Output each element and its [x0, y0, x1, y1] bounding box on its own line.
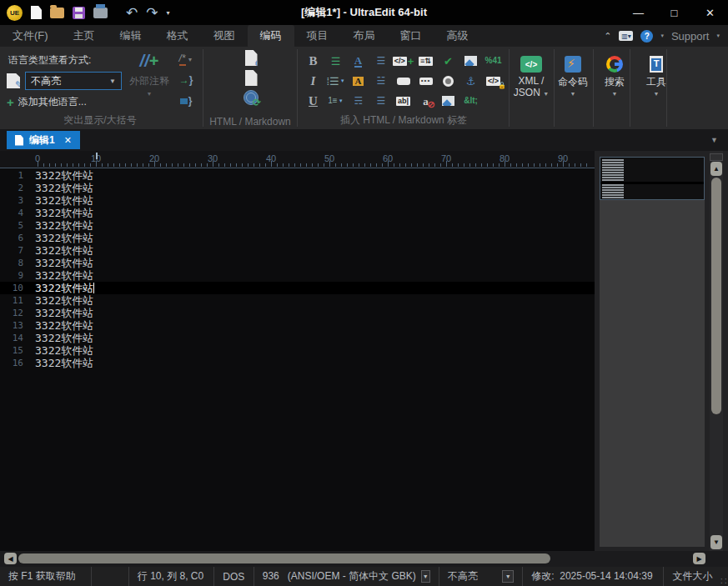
- tab-edit1[interactable]: 编辑1 ✕: [7, 131, 80, 149]
- editor-line[interactable]: 133322软件站: [0, 319, 595, 332]
- scroll-up-button[interactable]: ▲: [710, 162, 722, 176]
- editor-line[interactable]: 123322软件站: [0, 307, 595, 319]
- numbered-list-icon[interactable]: 1≡▼: [328, 97, 343, 105]
- scroll-down-button[interactable]: ▼: [710, 535, 722, 549]
- code-lock-icon[interactable]: </>: [486, 77, 500, 86]
- highlight-dropdown-icon[interactable]: ▼: [502, 570, 514, 583]
- save-icon[interactable]: [73, 7, 85, 19]
- resize-grip[interactable]: ⸬: [720, 576, 726, 586]
- anchor-person-icon[interactable]: ⚓: [466, 76, 476, 87]
- support-dropdown-icon[interactable]: ▾: [716, 33, 720, 39]
- highlight-icon[interactable]: A: [353, 77, 364, 86]
- editor-line[interactable]: 143322软件站: [0, 332, 595, 344]
- collapse-ribbon-icon[interactable]: ⌃: [604, 31, 611, 42]
- scroll-right-button[interactable]: ▶: [693, 553, 705, 564]
- external-comment-button[interactable]: //+ 外部注释 ▼: [125, 52, 173, 97]
- align-justify-icon[interactable]: ☰: [377, 96, 385, 106]
- undo-icon[interactable]: ↶: [126, 6, 138, 20]
- language-select[interactable]: 不高亮 ▼: [25, 72, 122, 90]
- menu-tab-主页[interactable]: 主页: [61, 25, 108, 47]
- goto-brace-button[interactable]: →}: [179, 73, 193, 88]
- help-dropdown-icon[interactable]: ▾: [660, 33, 664, 39]
- maximize-button[interactable]: □: [656, 0, 692, 25]
- image-copy-icon[interactable]: [464, 56, 477, 66]
- menu-tab-编码[interactable]: 编码: [248, 25, 294, 47]
- new-file-icon[interactable]: [31, 6, 42, 19]
- close-button[interactable]: ✕: [692, 0, 728, 25]
- comment-toggle-button[interactable]: /*▼: [179, 52, 193, 67]
- tab-list-dropdown-icon[interactable]: ▼: [710, 136, 718, 144]
- editor-line[interactable]: 73322软件站: [0, 244, 595, 257]
- menu-tab-窗口[interactable]: 窗口: [388, 25, 434, 47]
- vertical-scrollbar[interactable]: ▲ ▼: [710, 151, 723, 551]
- edit-language-icon[interactable]: [7, 73, 20, 88]
- editor-line[interactable]: 153322软件站: [0, 344, 595, 357]
- horizontal-scrollbar-thumb[interactable]: [18, 553, 550, 563]
- editor-line[interactable]: 23322软件站: [0, 182, 595, 194]
- status-cursor-position[interactable]: 行 10, 列 8, C0: [129, 567, 214, 586]
- bullet-list-icon[interactable]: ⁞☰▼: [326, 76, 344, 87]
- add-language-button[interactable]: + 添加其他语言...: [7, 95, 87, 109]
- menu-tab-编辑[interactable]: 编辑: [108, 25, 154, 47]
- quick-access-dropdown-icon[interactable]: ▾: [167, 9, 170, 17]
- scroll-left-button[interactable]: ◀: [4, 553, 17, 564]
- open-folder-icon[interactable]: [50, 8, 64, 18]
- support-menu[interactable]: Support: [671, 30, 710, 43]
- editor-line[interactable]: 163322软件站: [0, 357, 595, 369]
- align-center-icon[interactable]: ☰: [377, 56, 385, 66]
- horizontal-scrollbar[interactable]: ◀ ▶: [0, 551, 710, 567]
- encoding-dropdown-icon[interactable]: ▼: [421, 570, 430, 583]
- editor-line[interactable]: 93322软件站: [0, 269, 595, 282]
- editor-line[interactable]: 13322软件站: [0, 169, 595, 182]
- html-preview-icon[interactable]: ⚙: [245, 50, 258, 66]
- scrollbar-split-box[interactable]: [710, 153, 723, 161]
- underline-icon[interactable]: U: [309, 95, 318, 108]
- input-method-icon[interactable]: ▥▾: [619, 31, 633, 41]
- editor-text-area[interactable]: 13322软件站23322软件站33322软件站43322软件站53322软件站…: [0, 169, 595, 551]
- button-field-icon[interactable]: [397, 78, 410, 85]
- redo-icon[interactable]: ↷: [146, 6, 158, 20]
- attributes-icon[interactable]: ≡⇅: [419, 57, 433, 66]
- editor-line[interactable]: 53322软件站: [0, 219, 595, 232]
- editor-line-active[interactable]: 103322软件站: [0, 282, 595, 294]
- menu-tab-格式[interactable]: 格式: [154, 25, 201, 47]
- menu-tab-文件(F)[interactable]: 文件(F): [0, 25, 61, 47]
- tab-close-icon[interactable]: ✕: [64, 135, 72, 146]
- ellipsis-field-icon[interactable]: •••: [419, 78, 433, 85]
- status-encoding[interactable]: 936 (ANSI/OEM - 简体中文 GBK) ▼: [254, 567, 439, 586]
- alt-tag-icon[interactable]: &lt;: [464, 97, 478, 105]
- menu-tab-布局[interactable]: 布局: [341, 25, 388, 47]
- checkbox-icon[interactable]: ✔: [444, 56, 453, 67]
- editor-line[interactable]: 63322软件站: [0, 232, 595, 244]
- code-add-icon[interactable]: </>+: [393, 56, 414, 67]
- menu-tab-视图[interactable]: 视图: [201, 25, 248, 47]
- italic-icon[interactable]: I: [311, 75, 316, 88]
- command-code-button[interactable]: 命令码▼: [552, 47, 594, 129]
- xml-json-button[interactable]: </>XML /JSON ▼: [510, 47, 552, 129]
- list-indent-icon[interactable]: ☰: [331, 56, 341, 67]
- select-brace-button[interactable]: }: [180, 93, 193, 108]
- minimize-button[interactable]: —: [620, 0, 656, 25]
- status-highlight-mode[interactable]: 不高亮 ▼: [439, 567, 523, 586]
- tools-button[interactable]: 工具▼: [635, 47, 677, 129]
- menu-tab-项目[interactable]: 项目: [294, 25, 341, 47]
- image-icon[interactable]: [442, 96, 454, 106]
- radio-button-icon[interactable]: [443, 76, 454, 87]
- editor-line[interactable]: 83322软件站: [0, 257, 595, 269]
- print-icon[interactable]: [93, 8, 108, 18]
- font-color-icon[interactable]: A: [354, 55, 362, 68]
- help-icon[interactable]: ?: [640, 30, 653, 43]
- bold-icon[interactable]: B: [309, 55, 317, 68]
- align-left-icon[interactable]: ☴: [354, 96, 363, 106]
- document-map-viewport[interactable]: [600, 157, 705, 200]
- editor-line[interactable]: 43322软件站: [0, 207, 595, 219]
- vertical-scrollbar-thumb[interactable]: [711, 178, 721, 414]
- status-line-ending[interactable]: DOS: [214, 567, 254, 586]
- editor-line[interactable]: 33322软件站: [0, 194, 595, 207]
- editor-line[interactable]: 113322软件站: [0, 294, 595, 307]
- align-right-icon[interactable]: ☱: [377, 76, 385, 86]
- no-format-icon[interactable]: a: [423, 96, 429, 107]
- browser-view-icon[interactable]: [244, 90, 259, 105]
- menu-tab-高级[interactable]: 高级: [434, 25, 481, 47]
- html-run-icon[interactable]: ⚡▼: [245, 70, 258, 86]
